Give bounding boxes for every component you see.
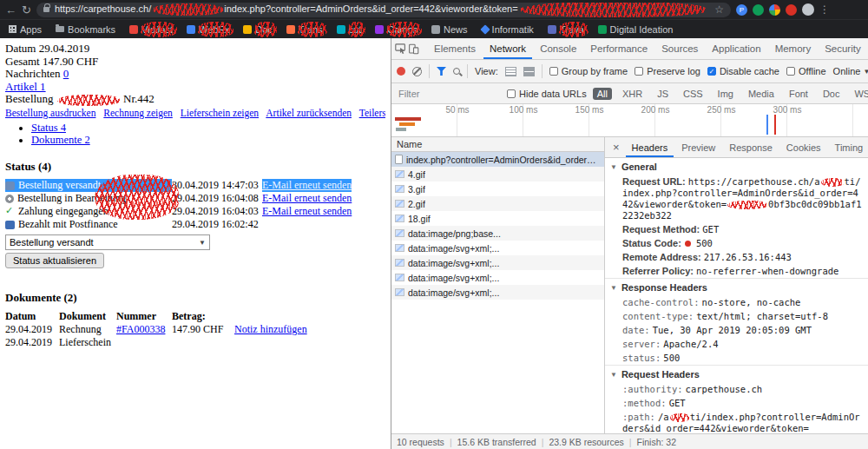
tab-response[interactable]: Response	[723, 138, 779, 157]
image-icon	[395, 229, 404, 237]
preserve-log-checkbox[interactable]: Preserve log	[635, 66, 700, 76]
request-row[interactable]: 4.gif	[391, 167, 604, 182]
bookmark-item[interactable]: News	[431, 24, 468, 35]
filter-type-media[interactable]: Media	[744, 88, 779, 100]
tab-network[interactable]: Network	[483, 39, 532, 59]
partial-refund-link[interactable]: Teilerstattung	[359, 108, 385, 118]
request-row[interactable]: 2.gif	[391, 196, 604, 211]
bookmark-item[interactable]: cut	[337, 24, 362, 35]
request-row[interactable]: data:image/svg+xml;...	[391, 285, 604, 300]
view-label: View:	[475, 66, 498, 76]
close-details-icon[interactable]: ×	[608, 141, 624, 154]
filter-type-xhr[interactable]: XHR	[618, 88, 647, 100]
tab-memory[interactable]: Memory	[769, 39, 818, 59]
request-row[interactable]: 18.gif	[391, 211, 604, 226]
add-note-link[interactable]: Notiz hinzufügen	[234, 323, 307, 336]
checkbox-icon	[786, 67, 795, 76]
tab-sources[interactable]: Sources	[655, 39, 704, 59]
extension-icon[interactable]	[786, 4, 797, 16]
bookmark-item[interactable]: VidJast	[129, 24, 173, 35]
apps-shortcut[interactable]: Apps	[9, 24, 42, 35]
tab-application[interactable]: Application	[706, 39, 766, 59]
tab-headers[interactable]: Headers	[626, 138, 674, 157]
clear-icon[interactable]	[412, 67, 422, 76]
filter-type-css[interactable]: CSS	[679, 88, 707, 100]
bookmark-item[interactable]: Camps	[375, 24, 418, 35]
record-icon[interactable]	[397, 67, 405, 76]
chevron-down-icon: ▼	[199, 239, 206, 247]
group-by-frame-checkbox[interactable]: Group by frame	[549, 66, 628, 76]
request-row[interactable]: 3.gif	[391, 182, 604, 196]
tab-timing[interactable]: Timing	[829, 138, 868, 157]
bookmark-item[interactable]: Doc	[243, 24, 273, 35]
list-view-icon[interactable]	[505, 67, 516, 76]
tab-performance[interactable]: Performance	[584, 39, 654, 59]
apps-label: Apps	[20, 24, 42, 35]
bookmark-item[interactable]: Trans	[286, 24, 323, 35]
search-icon[interactable]	[453, 68, 460, 75]
tab-console[interactable]: Console	[534, 39, 582, 59]
name-column-header[interactable]: Name	[391, 137, 604, 152]
tab-security[interactable]: Security	[819, 39, 867, 59]
filter-type-js[interactable]: JS	[653, 88, 673, 100]
back-icon[interactable]: ←	[5, 4, 16, 16]
request-row[interactable]: data:image/svg+xml;...	[391, 241, 604, 255]
hide-data-urls-checkbox[interactable]: Hide data URLs	[507, 89, 587, 99]
request-row[interactable]: index.php?controller=AdminOrders&id_orde…	[391, 152, 604, 167]
large-rows-icon[interactable]	[523, 67, 535, 76]
tab-cookies[interactable]: Cookies	[780, 138, 827, 157]
bookmark-item[interactable]: Digital Ideation	[598, 24, 674, 35]
bookmark-star-icon[interactable]: ☆	[714, 3, 724, 16]
toc-status-link[interactable]: Status 4	[31, 122, 66, 134]
print-order-link[interactable]: Bestellung ausdrucken	[5, 108, 95, 118]
show-invoice-link[interactable]: Rechnung zeigen	[103, 108, 173, 118]
return-products-link[interactable]: Artikel zurücksenden	[266, 108, 352, 118]
filter-type-img[interactable]: Img	[713, 88, 738, 100]
bookmark-item[interactable]: Trava	[548, 24, 584, 35]
filter-type-font[interactable]: Font	[785, 88, 812, 100]
general-section-title[interactable]: ▼ General	[605, 158, 868, 175]
status-select[interactable]: Bestellung versandt ▼	[5, 234, 210, 250]
bookmarks-folder[interactable]: Bookmarks	[56, 24, 115, 35]
filter-icon[interactable]	[437, 67, 446, 76]
header-value: /ati/index.php?controller=AdminOrders&id…	[622, 412, 860, 434]
messages-count-link[interactable]: 0	[63, 67, 69, 80]
bookmark-item[interactable]: WebEx	[187, 24, 229, 35]
resend-email-link[interactable]: E-Mail erneut senden	[262, 179, 352, 192]
address-bar[interactable]: https://carpethouse.ch/index.php?control…	[36, 3, 731, 17]
filter-type-doc[interactable]: Doc	[819, 88, 845, 100]
extension-icon[interactable]	[753, 4, 764, 16]
request-row[interactable]: data:image/png;base...	[391, 226, 604, 241]
resend-email-link[interactable]: E-Mail erneut senden	[262, 192, 352, 205]
browser-menu-icon[interactable]: ⋮	[819, 3, 830, 16]
toc-documents-link[interactable]: Dokumente 2	[31, 134, 90, 146]
bookmark-label: Informatik	[492, 24, 534, 35]
invoice-number-link[interactable]: #FA000338	[116, 323, 172, 336]
device-toolbar-icon[interactable]	[408, 42, 419, 56]
request-row[interactable]: data:image/svg+xml;...	[391, 270, 604, 285]
filter-type-ws[interactable]: WS	[850, 88, 868, 100]
bookmark-item[interactable]: Informatik	[482, 24, 534, 35]
resend-email-link[interactable]: E-Mail erneut senden	[262, 205, 352, 218]
show-delivery-slip-link[interactable]: Lieferschein zeigen	[181, 108, 259, 118]
filter-input[interactable]	[397, 87, 501, 101]
offline-checkbox[interactable]: Offline	[786, 66, 826, 76]
disable-cache-checkbox[interactable]: ✓ Disable cache	[707, 66, 779, 76]
request-row[interactable]: data:image/svg+xml;...	[391, 255, 604, 270]
network-overview-timeline[interactable]: 50 ms 100 ms 150 ms 200 ms 250 ms 300 ms	[391, 104, 868, 137]
throttling-select[interactable]: Online ▼	[833, 66, 868, 76]
request-headers-section-title[interactable]: ▼ Request Headers	[605, 365, 868, 382]
filter-type-all[interactable]: All	[593, 88, 612, 100]
tab-preview[interactable]: Preview	[675, 138, 721, 157]
extension-icon[interactable]: P	[736, 4, 747, 16]
request-details-pane: × Headers Preview Response Cookies Timin…	[605, 137, 868, 433]
image-icon	[395, 200, 404, 208]
tab-elements[interactable]: Elements	[428, 39, 482, 59]
extension-icon[interactable]	[769, 4, 780, 16]
update-status-button[interactable]: Status aktualisieren	[5, 253, 104, 268]
inspect-element-icon[interactable]	[395, 42, 406, 56]
articles-link[interactable]: Artikel 1	[5, 80, 46, 93]
reload-icon[interactable]: ↻	[22, 4, 31, 16]
profile-avatar[interactable]	[802, 3, 814, 16]
response-headers-section-title[interactable]: ▼ Response Headers	[605, 278, 868, 295]
